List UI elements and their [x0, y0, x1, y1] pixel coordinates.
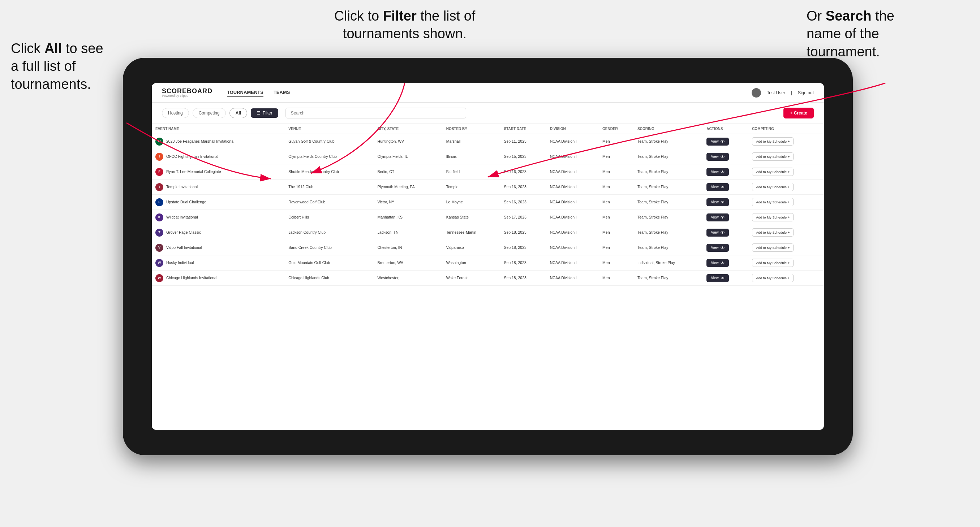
annotation-top-center: Click to Filter the list oftournaments s… [296, 7, 513, 43]
tablet-frame: SCOREBOARD Powered by clippd TOURNAMENTS… [123, 58, 853, 455]
tab-competing[interactable]: Competing [192, 108, 226, 118]
view-button-10[interactable]: View 👁 [706, 274, 729, 282]
cell-actions-4: View 👁 [703, 179, 748, 195]
table-row: F Ryan T. Lee Memorial Collegiate Shuttl… [152, 164, 824, 179]
nav-links: TOURNAMENTS TEAMS [227, 88, 290, 97]
nav-tournaments[interactable]: TOURNAMENTS [227, 88, 263, 97]
event-name-1: 2023 Joe Feaganes Marshall Invitational [166, 139, 234, 144]
view-button-7[interactable]: View 👁 [706, 229, 729, 237]
cell-hosted-5: Le Moyne [443, 195, 501, 210]
view-button-3[interactable]: View 👁 [706, 168, 729, 176]
cell-competing-9: Add to My Schedule + [748, 256, 824, 271]
cell-event-name-4: T Temple Invitational [152, 179, 285, 195]
col-gender: GENDER [599, 124, 634, 134]
cell-venue-10: Chicago Highlands Club [285, 271, 374, 286]
cell-venue-1: Guyan Golf & Country Club [285, 134, 374, 149]
filter-button[interactable]: ☰ Filter [251, 108, 278, 118]
cell-city-5: Victor, NY [374, 195, 443, 210]
col-scoring: SCORING [634, 124, 703, 134]
cell-event-name-2: I OFCC Fighting Illini Invitational [152, 149, 285, 164]
cell-scoring-9: Individual, Stroke Play [634, 256, 703, 271]
cell-competing-7: Add to My Schedule + [748, 225, 824, 240]
add-schedule-button-2[interactable]: Add to My Schedule + [752, 152, 794, 161]
eye-icon-6: 👁 [721, 215, 724, 220]
view-button-9[interactable]: View 👁 [706, 259, 729, 267]
col-city-state: CITY, STATE [374, 124, 443, 134]
cell-division-10: NCAA Division I [546, 271, 599, 286]
add-schedule-button-8[interactable]: Add to My Schedule + [752, 243, 794, 252]
view-button-5[interactable]: View 👁 [706, 198, 729, 206]
cell-actions-10: View 👁 [703, 271, 748, 286]
tab-hosting[interactable]: Hosting [162, 108, 189, 118]
col-event-name: EVENT NAME [152, 124, 285, 134]
add-schedule-button-1[interactable]: Add to My Schedule + [752, 137, 794, 146]
eye-icon-2: 👁 [721, 155, 724, 159]
cell-actions-9: View 👁 [703, 256, 748, 271]
view-label: View [711, 185, 719, 189]
cell-competing-1: Add to My Schedule + [748, 134, 824, 149]
cell-division-2: NCAA Division I [546, 149, 599, 164]
add-schedule-button-9[interactable]: Add to My Schedule + [752, 259, 794, 267]
add-schedule-button-7[interactable]: Add to My Schedule + [752, 228, 794, 237]
user-avatar [752, 88, 761, 97]
event-name-2: OFCC Fighting Illini Invitational [166, 154, 218, 159]
cell-hosted-9: Washington [443, 256, 501, 271]
team-logo-6: K [155, 213, 163, 221]
tab-all[interactable]: All [229, 108, 247, 118]
cell-scoring-3: Team, Stroke Play [634, 164, 703, 179]
cell-gender-1: Men [599, 134, 634, 149]
table-row: K Wildcat Invitational Colbert Hills Man… [152, 210, 824, 225]
add-schedule-button-4[interactable]: Add to My Schedule + [752, 183, 794, 191]
logo-scoreboard: SCOREBOARD [162, 88, 213, 94]
cell-date-8: Sep 18, 2023 [500, 240, 546, 256]
cell-city-9: Bremerton, WA [374, 256, 443, 271]
eye-icon-1: 👁 [721, 140, 724, 144]
create-button[interactable]: + Create [783, 108, 814, 119]
cell-event-name-3: F Ryan T. Lee Memorial Collegiate [152, 164, 285, 179]
event-name-3: Ryan T. Lee Memorial Collegiate [166, 170, 221, 175]
cell-city-7: Jackson, TN [374, 225, 443, 240]
view-button-8[interactable]: View 👁 [706, 244, 729, 252]
filter-label: Filter [263, 111, 272, 116]
cell-date-3: Sep 16, 2023 [500, 164, 546, 179]
add-schedule-button-5[interactable]: Add to My Schedule + [752, 198, 794, 206]
annotation-top-right: Or Search thename of thetournament. [807, 7, 958, 61]
view-button-1[interactable]: View 👁 [706, 138, 729, 146]
cell-hosted-2: Illinois [443, 149, 501, 164]
add-schedule-button-10[interactable]: Add to My Schedule + [752, 274, 794, 282]
cell-date-4: Sep 16, 2023 [500, 179, 546, 195]
cell-venue-5: Ravenwood Golf Club [285, 195, 374, 210]
add-schedule-button-6[interactable]: Add to My Schedule + [752, 213, 794, 221]
sign-out-link[interactable]: Sign out [798, 90, 814, 95]
team-logo-7: T [155, 229, 163, 237]
cell-scoring-8: Team, Stroke Play [634, 240, 703, 256]
search-input[interactable] [285, 108, 466, 119]
table-row: M 2023 Joe Feaganes Marshall Invitationa… [152, 134, 824, 149]
view-button-4[interactable]: View 👁 [706, 183, 729, 191]
cell-hosted-4: Temple [443, 179, 501, 195]
cell-hosted-8: Valparaiso [443, 240, 501, 256]
event-name-6: Wildcat Invitational [166, 215, 198, 220]
view-label: View [711, 230, 719, 235]
cell-competing-8: Add to My Schedule + [748, 240, 824, 256]
cell-actions-7: View 👁 [703, 225, 748, 240]
nav-teams[interactable]: TEAMS [274, 88, 290, 97]
table-row: I OFCC Fighting Illini Invitational Olym… [152, 149, 824, 164]
cell-division-6: NCAA Division I [546, 210, 599, 225]
cell-date-2: Sep 15, 2023 [500, 149, 546, 164]
cell-gender-8: Men [599, 240, 634, 256]
table-container[interactable]: EVENT NAME VENUE CITY, STATE HOSTED BY S… [152, 124, 824, 430]
view-button-6[interactable]: View 👁 [706, 213, 729, 221]
cell-competing-10: Add to My Schedule + [748, 271, 824, 286]
cell-date-9: Sep 18, 2023 [500, 256, 546, 271]
add-schedule-button-3[interactable]: Add to My Schedule + [752, 168, 794, 176]
view-button-2[interactable]: View 👁 [706, 153, 729, 161]
annotation-left: Click All to seea full list oftournament… [11, 40, 123, 93]
cell-actions-8: View 👁 [703, 240, 748, 256]
view-label: View [711, 200, 719, 204]
eye-icon-4: 👁 [721, 185, 724, 189]
cell-city-10: Westchester, IL [374, 271, 443, 286]
logo-area: SCOREBOARD Powered by clippd [162, 88, 213, 97]
cell-event-name-8: V Valpo Fall Invitational [152, 240, 285, 256]
view-label: View [711, 215, 719, 219]
